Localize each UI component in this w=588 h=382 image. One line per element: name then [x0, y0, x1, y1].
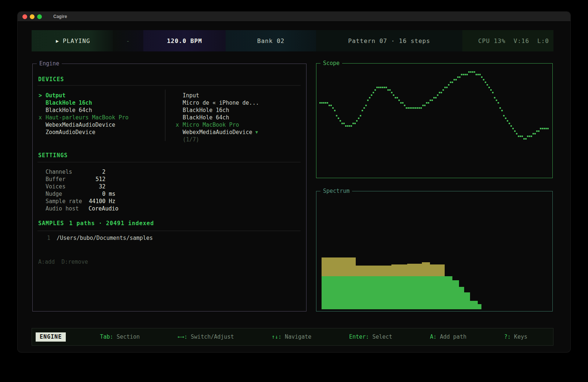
device-name: WebexMediaAudioDevice — [183, 129, 252, 136]
setting-unit: Hz — [109, 198, 115, 205]
selection-caret: > — [39, 92, 46, 99]
device-active-marker — [176, 99, 183, 107]
zoom-window-button[interactable] — [37, 14, 42, 19]
key-hint: Tab: Section — [100, 334, 140, 340]
output-device-list: >OutputBlackHole 16chBlackHole 64chxHaut… — [39, 92, 165, 136]
spectrum-olive-band — [430, 264, 445, 276]
spectrum-green-band — [478, 304, 481, 309]
device-name: ZoomAudioDevice — [46, 129, 95, 136]
transport-status-label: PLAYING — [63, 37, 90, 44]
bank-display: Bank 02 — [226, 30, 316, 51]
device-item[interactable]: BlackHole 16ch — [39, 99, 165, 107]
bpm-display: 120.0 BPM — [143, 30, 226, 51]
device-active-marker — [39, 99, 46, 107]
spectrum-green-band — [322, 276, 356, 309]
sample-path-row[interactable]: 1/Users/bubo/Documents/samples — [47, 235, 153, 241]
key-hint: ↑↓: Navigate — [272, 334, 311, 340]
device-active-marker — [176, 129, 183, 136]
device-list-pager: (1/7) — [176, 136, 302, 143]
device-item[interactable]: WebexMediaAudioDevice▼ — [176, 129, 302, 136]
path-index: 1 — [47, 235, 57, 241]
key-hint: Enter: Select — [349, 334, 392, 340]
device-active-marker — [176, 107, 183, 114]
device-name: BlackHole 64ch — [183, 114, 229, 121]
key-hint: A: Add path — [430, 334, 466, 340]
device-name: Haut-parleurs MacBook Pro — [46, 114, 129, 121]
play-icon: ▶ — [56, 38, 59, 44]
samples-heading-row: SAMPLES 1 paths · 20491 indexed — [38, 220, 154, 227]
transport-separator: - — [113, 30, 143, 51]
device-item[interactable]: WebexMediaAudioDevice — [39, 121, 165, 129]
spectrum-green-band — [391, 276, 407, 309]
setting-row[interactable]: Buffer512 — [46, 176, 200, 183]
setting-label: Buffer — [46, 176, 89, 183]
spectrum-green-band — [407, 276, 422, 309]
spectrum-green-band — [445, 276, 452, 309]
device-active-marker — [39, 121, 46, 129]
setting-label: Voices — [46, 183, 89, 190]
device-item[interactable]: xHaut-parleurs MacBook Pro — [39, 114, 165, 121]
hint-key: A: — [430, 334, 437, 340]
app-window: Cagire ▶ PLAYING - 120.0 BPM Bank 02 Pat… — [18, 12, 570, 352]
spectrum-green-band — [459, 287, 464, 309]
setting-row[interactable]: Nudge0ms — [46, 190, 200, 198]
device-item[interactable]: Micro de « iPhone de... — [176, 99, 302, 107]
setting-row[interactable]: Sample rate44100Hz — [46, 198, 200, 205]
device-active-marker: x — [39, 114, 46, 121]
setting-row[interactable]: Audio hostCoreAudio — [46, 205, 200, 212]
setting-row[interactable]: Voices32 — [46, 183, 200, 190]
input-device-list: InputMicro de « iPhone de...BlackHole 16… — [176, 92, 302, 143]
spectrum-bars — [322, 191, 547, 309]
device-active-marker — [39, 129, 46, 136]
status-bar: ENGINE Tab: Section←→: Switch/Adjust↑↓: … — [32, 328, 553, 346]
setting-value: 44100 — [89, 198, 105, 205]
device-item[interactable]: BlackHole 64ch — [39, 107, 165, 114]
device-columns-divider — [165, 90, 165, 141]
spectrum-green-band — [464, 292, 470, 309]
hint-label: Keys — [511, 334, 527, 340]
device-name: WebexMediaAudioDevice — [46, 121, 115, 129]
selection-caret — [176, 92, 183, 99]
scope-panel: Scope — [316, 63, 553, 178]
window-title: Cagire — [53, 14, 67, 19]
spectrum-olive-band — [422, 262, 430, 276]
close-window-button[interactable] — [22, 14, 27, 19]
spectrum-panel: Spectrum — [316, 191, 553, 311]
engine-panel-label: Engine — [37, 60, 62, 67]
hint-key: ←→: — [178, 334, 187, 340]
spectrum-green-band — [430, 276, 445, 309]
output-column-header[interactable]: >Output — [39, 92, 165, 99]
traffic-lights — [18, 14, 44, 19]
latency-value: L:0 — [537, 37, 549, 44]
settings-list: Channels2Buffer512Voices32Nudge0msSample… — [46, 168, 200, 212]
setting-value: 2 — [89, 168, 105, 176]
transport-status: ▶ PLAYING — [32, 30, 113, 51]
hint-label: Select — [369, 334, 392, 340]
settings-heading: SETTINGS — [38, 152, 68, 159]
scope-waveform — [316, 64, 552, 178]
minimize-window-button[interactable] — [30, 14, 35, 19]
hint-key: ↑↓: — [272, 334, 282, 340]
cpu-stats: CPU 13% V:16 L:0 — [462, 30, 553, 51]
key-hint: ←→: Switch/Adjust — [178, 334, 234, 340]
hint-key: Enter: — [349, 334, 369, 340]
device-item[interactable]: BlackHole 16ch — [176, 107, 302, 114]
device-item[interactable]: ZoomAudioDevice — [39, 129, 165, 136]
settings-divider — [37, 162, 301, 162]
hint-label: Switch/Adjust — [187, 334, 234, 340]
device-item[interactable]: BlackHole 64ch — [176, 114, 302, 121]
device-name: BlackHole 64ch — [46, 107, 92, 114]
transport-bar: ▶ PLAYING - 120.0 BPM Bank 02 Pattern 07… — [32, 30, 553, 51]
setting-label: Audio host — [46, 205, 89, 212]
input-column-header[interactable]: Input — [176, 92, 302, 99]
device-name: BlackHole 16ch — [183, 107, 229, 114]
setting-value: 0 — [89, 190, 105, 198]
engine-panel: Engine DEVICES >OutputBlackHole 16chBlac… — [32, 64, 306, 311]
spectrum-green-band — [422, 276, 430, 309]
setting-row[interactable]: Channels2 — [46, 168, 200, 176]
scroll-down-icon: ▼ — [255, 129, 258, 136]
hint-label: Navigate — [282, 334, 311, 340]
device-item[interactable]: xMicro MacBook Pro — [176, 121, 302, 129]
spectrum-olive-band — [407, 264, 422, 276]
pattern-display: Pattern 07 · 16 steps — [316, 30, 462, 51]
